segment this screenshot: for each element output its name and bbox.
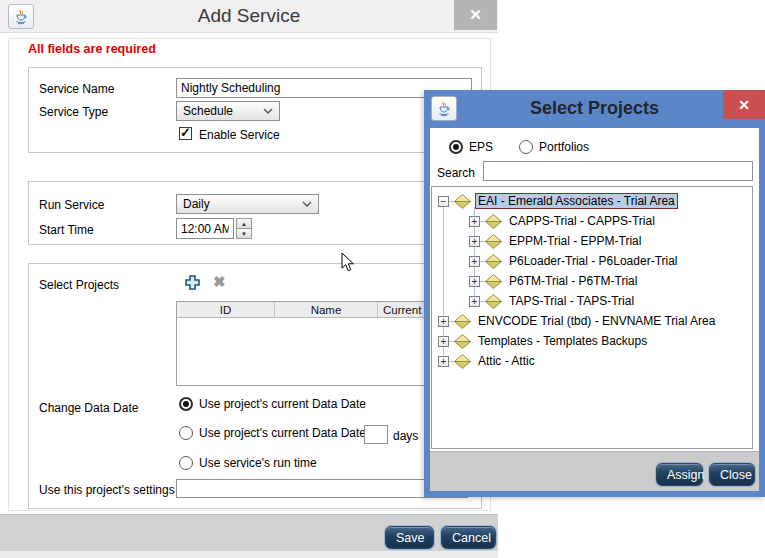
radio-label: EPS: [469, 140, 493, 154]
required-note: All fields are required: [28, 42, 156, 56]
close-icon: ✕: [738, 97, 750, 113]
run-service-select[interactable]: Daily: [176, 194, 319, 214]
radio-label: Use service's run time: [199, 456, 317, 470]
add-service-titlebar: Add Service ✕: [0, 0, 498, 33]
eps-node-icon: [485, 254, 502, 269]
tree-node-label[interactable]: EAI - Emerald Associates - Trial Area: [475, 193, 678, 209]
schedule-panel: Run Service Daily Start Time ▲ ▼: [28, 181, 482, 245]
expand-icon[interactable]: +: [469, 236, 480, 247]
chevron-down-icon: [263, 108, 273, 114]
expand-icon[interactable]: +: [438, 356, 449, 367]
select-projects-label: Select Projects: [39, 278, 119, 292]
select-projects-title: Select Projects: [424, 98, 765, 119]
expand-icon[interactable]: +: [469, 296, 480, 307]
project-tree[interactable]: −EAI - Emerald Associates - Trial Area+C…: [431, 186, 753, 449]
radio-label: Use project's current Data Date: [199, 397, 366, 411]
tree-node-label[interactable]: EPPM-Trial - EPPM-Trial: [506, 233, 644, 249]
spin-down-icon[interactable]: ▼: [237, 229, 251, 238]
expand-icon[interactable]: +: [469, 256, 480, 267]
column-header-id[interactable]: ID: [177, 302, 275, 317]
eps-node-icon: [454, 194, 471, 209]
tree-node[interactable]: −EAI - Emerald Associates - Trial Area: [432, 191, 678, 211]
chevron-down-icon: [302, 201, 312, 207]
select-projects-body: EPS Portfolios Search −EAI - Emerald Ass…: [430, 128, 759, 491]
days-label: days: [393, 429, 418, 443]
radio-label: Use project's current Data Date +: [199, 426, 376, 440]
eps-node-icon: [454, 334, 471, 349]
service-type-value: Schedule: [183, 104, 233, 118]
select-projects-dialog: Select Projects ✕ EPS Portfolios Search …: [424, 90, 765, 497]
tree-node[interactable]: +CAPPS-Trial - CAPPS-Trial: [432, 211, 658, 231]
change-data-date-label: Change Data Date: [39, 401, 138, 415]
expand-icon[interactable]: +: [438, 316, 449, 327]
enable-service-label: Enable Service: [199, 128, 280, 142]
tree-node-label[interactable]: TAPS-Trial - TAPS-Trial: [506, 293, 637, 309]
radio-icon[interactable]: [179, 426, 193, 440]
search-label: Search: [437, 166, 475, 180]
radio-icon[interactable]: [449, 140, 463, 154]
service-type-label: Service Type: [39, 105, 108, 119]
run-service-value: Daily: [183, 197, 210, 211]
tree-node-label[interactable]: Attic - Attic: [475, 353, 538, 369]
cancel-button[interactable]: Cancel: [441, 526, 496, 549]
expand-icon[interactable]: +: [469, 216, 480, 227]
add-service-footer: Save Cancel: [0, 514, 498, 551]
eps-node-icon: [485, 214, 502, 229]
assign-button[interactable]: Assign: [656, 463, 703, 486]
radio-use-run-time[interactable]: Use service's run time: [179, 456, 317, 470]
enable-service-checkbox[interactable]: [179, 127, 192, 140]
tree-node[interactable]: +TAPS-Trial - TAPS-Trial: [432, 291, 637, 311]
mouse-cursor: [341, 252, 355, 273]
add-service-title: Add Service: [0, 5, 498, 27]
days-input[interactable]: [364, 425, 388, 444]
search-input[interactable]: [483, 161, 753, 181]
tree-node[interactable]: +ENVCODE Trial (tbd) - ENVNAME Trial Are…: [432, 311, 718, 331]
tree-node[interactable]: +EPPM-Trial - EPPM-Trial: [432, 231, 644, 251]
eps-node-icon: [454, 314, 471, 329]
expand-icon[interactable]: +: [438, 336, 449, 347]
collapse-icon[interactable]: −: [438, 196, 449, 207]
radio-icon[interactable]: [179, 456, 193, 470]
service-type-select[interactable]: Schedule: [176, 101, 280, 121]
start-time-spinner: ▲ ▼: [176, 218, 252, 239]
service-info-panel: Service Name Service Type Schedule Enabl…: [28, 67, 482, 153]
expand-icon[interactable]: +: [469, 276, 480, 287]
service-name-label: Service Name: [39, 82, 114, 96]
tree-node-label[interactable]: CAPPS-Trial - CAPPS-Trial: [506, 213, 658, 229]
radio-icon[interactable]: [519, 140, 533, 154]
radio-label: Portfolios: [539, 140, 589, 154]
select-projects-titlebar: Select Projects ✕: [424, 90, 765, 128]
select-projects-close-button[interactable]: ✕: [723, 90, 765, 119]
projects-panel: Select Projects ✖ IDNameCurrent Change D…: [28, 263, 482, 509]
radio-eps[interactable]: EPS: [449, 140, 493, 154]
remove-project-icon[interactable]: ✖: [213, 273, 226, 291]
radio-use-current-plus-days[interactable]: Use project's current Data Date +: [179, 426, 376, 440]
radio-portfolios[interactable]: Portfolios: [519, 140, 589, 154]
eps-node-icon: [485, 294, 502, 309]
column-header-name[interactable]: Name: [275, 302, 378, 317]
eps-node-icon: [454, 354, 471, 369]
tree-node-label[interactable]: ENVCODE Trial (tbd) - ENVNAME Trial Area: [475, 313, 718, 329]
radio-use-current-data-date[interactable]: Use project's current Data Date: [179, 397, 366, 411]
start-time-input[interactable]: [176, 218, 234, 239]
save-button[interactable]: Save: [385, 526, 434, 549]
close-button[interactable]: Close: [709, 463, 755, 486]
tree-node-label[interactable]: P6Loader-Trial - P6Loader-Trial: [506, 253, 681, 269]
add-project-icon[interactable]: [184, 274, 201, 291]
radio-icon[interactable]: [179, 397, 193, 411]
tree-node[interactable]: +P6TM-Trial - P6TM-Trial: [432, 271, 640, 291]
select-projects-footer: Assign Close: [430, 451, 759, 491]
project-settings-label: Use this project's settings: [39, 483, 175, 497]
tree-node[interactable]: +P6Loader-Trial - P6Loader-Trial: [432, 251, 681, 271]
window-bottom-edge: [0, 551, 498, 558]
eps-node-icon: [485, 274, 502, 289]
close-icon: ✕: [469, 6, 482, 24]
tree-node-label[interactable]: Templates - Templates Backups: [475, 333, 650, 349]
spin-up-icon[interactable]: ▲: [237, 219, 251, 229]
screen: Add Service ✕ All fields are required Se…: [0, 0, 765, 558]
tree-node[interactable]: +Attic - Attic: [432, 351, 538, 371]
run-service-label: Run Service: [39, 198, 104, 212]
tree-node-label[interactable]: P6TM-Trial - P6TM-Trial: [506, 273, 640, 289]
add-service-close-button[interactable]: ✕: [454, 0, 497, 30]
tree-node[interactable]: +Templates - Templates Backups: [432, 331, 650, 351]
